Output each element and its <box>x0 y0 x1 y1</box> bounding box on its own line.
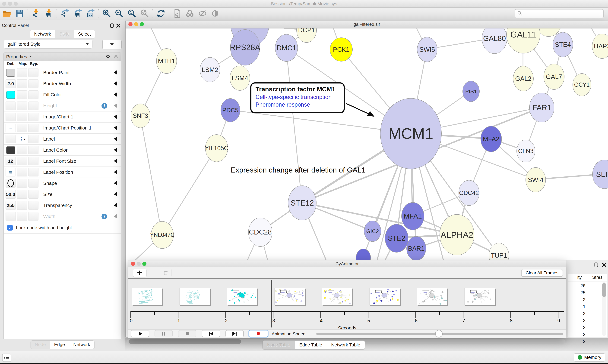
network-node-ste2[interactable]: STE2 <box>385 224 408 253</box>
property-row-shape[interactable]: Shape <box>4 178 121 189</box>
tab-style[interactable]: Style <box>55 30 74 38</box>
network-node-snf3[interactable]: SNF3 <box>131 104 150 128</box>
expand-arrow-icon[interactable] <box>114 137 117 141</box>
network-node-rps28a[interactable]: RPS28A <box>230 29 260 65</box>
network-node-pdc5[interactable]: PDC5 <box>221 98 240 122</box>
collapse-all-icon[interactable] <box>113 54 119 60</box>
expand-arrow-icon[interactable] <box>114 203 117 207</box>
search-field[interactable] <box>515 9 604 18</box>
bypass-cell[interactable] <box>28 102 39 110</box>
skip-to-start-button[interactable] <box>202 330 220 337</box>
property-row-label[interactable]: ⋮›Label <box>4 134 121 145</box>
search-input[interactable] <box>524 11 601 16</box>
show-graphics-button[interactable] <box>209 8 221 19</box>
mapping-cell[interactable] <box>17 157 27 165</box>
add-frame-button[interactable] <box>133 269 146 277</box>
close-panel-icon[interactable] <box>116 23 121 29</box>
network-node-gic2[interactable]: GIC2 <box>364 221 381 242</box>
horizontal-scrollbar-thumb[interactable] <box>129 339 241 344</box>
network-node-gal2[interactable]: GAL2 <box>513 66 534 91</box>
table-cell-value[interactable]: 2 <box>570 332 585 337</box>
animation-speed-slider-thumb[interactable] <box>435 330 442 337</box>
tab-network[interactable]: Network <box>69 341 94 349</box>
expand-arrow-icon[interactable] <box>114 104 117 108</box>
ellipse-shape-icon[interactable] <box>6 179 16 188</box>
network-node-gcy1[interactable]: GCY1 <box>573 73 591 96</box>
zoom-out-button[interactable] <box>113 8 125 19</box>
bypass-cell[interactable] <box>28 201 39 210</box>
table-cell-value[interactable]: 1 <box>570 304 585 309</box>
network-node-lsm4[interactable]: LSM4 <box>230 66 250 91</box>
network-node-cdc28[interactable]: CDC28 <box>248 218 272 247</box>
style-options-button[interactable] <box>102 40 122 49</box>
network-node-cln3[interactable]: CLN3 <box>516 140 535 162</box>
mapping-cell[interactable] <box>17 124 27 132</box>
zoom-selected-button[interactable] <box>138 8 151 19</box>
table-cell-value[interactable]: 2 <box>570 311 585 316</box>
network-node-lsm2[interactable]: LSM2 <box>200 57 220 82</box>
frame-thumbnail-0[interactable] <box>132 288 163 305</box>
property-row-fill-color[interactable]: Fill Color <box>4 89 121 100</box>
column-divider[interactable] <box>588 275 588 281</box>
stop-button[interactable] <box>178 330 196 337</box>
mapping-cell[interactable] <box>17 146 27 154</box>
close-panel-icon[interactable] <box>602 262 607 268</box>
cyanimator-timeline[interactable]: 0123456789 Seconds <box>128 280 566 329</box>
table-cell-value[interactable]: 26 <box>570 283 585 288</box>
canvas-annotation-text[interactable]: Expression change after deletion of GAL1 <box>219 166 377 174</box>
bypass-cell[interactable] <box>28 179 39 188</box>
position-icon[interactable] <box>6 124 16 132</box>
task-history-button[interactable] <box>2 353 11 362</box>
annotation-callout[interactable]: Transcription factor MCM1 Cell-type-spec… <box>250 82 345 113</box>
table-column-header[interactable]: Stres <box>592 275 602 280</box>
network-node-mfa1[interactable]: MFA1 <box>401 202 424 230</box>
frame-thumbnail-6[interactable] <box>417 288 447 305</box>
mapping-cell[interactable] <box>17 179 27 188</box>
tab-network[interactable]: Network <box>30 30 55 38</box>
tab-select[interactable]: Select <box>74 30 95 38</box>
table-cell-value[interactable]: 2 <box>570 318 585 323</box>
expand-arrow-icon[interactable] <box>114 148 117 152</box>
lock-size-checkbox[interactable]: ✓ <box>7 225 13 231</box>
default-value[interactable]: 2.0 <box>6 79 16 88</box>
pause-button[interactable] <box>154 330 173 337</box>
tab-node[interactable]: Node <box>31 341 50 349</box>
zoom-in-button[interactable] <box>100 8 113 19</box>
delete-frame-button[interactable] <box>160 269 171 277</box>
mapping-cell[interactable] <box>17 113 27 121</box>
mapping-cell[interactable] <box>17 102 27 110</box>
table-cell-value[interactable]: 2 <box>570 325 585 330</box>
property-row-label-color[interactable]: Label Color <box>4 145 121 156</box>
mapping-cell[interactable] <box>17 68 27 77</box>
network-node-ste4[interactable]: STE4 <box>553 32 573 57</box>
search-network-button[interactable] <box>183 8 196 19</box>
default-value[interactable]: 255 <box>6 201 16 210</box>
table-cell-value[interactable]: 25 <box>570 290 585 295</box>
network-node-mfa2[interactable]: MFA2 <box>481 126 502 152</box>
property-row-label-font-size[interactable]: 12Label Font Size <box>4 156 121 167</box>
network-node-ynl047c[interactable]: YNL047C <box>151 221 174 249</box>
expand-arrow-icon[interactable] <box>114 115 117 119</box>
property-row-border-paint[interactable]: Border Paint <box>4 67 121 78</box>
expand-arrow-icon[interactable] <box>114 81 117 86</box>
property-row-image-chart-position-1[interactable]: Image/Chart Position 1 <box>4 123 121 134</box>
expand-arrow-icon[interactable] <box>114 159 117 163</box>
mapping-cell[interactable] <box>17 201 27 210</box>
refresh-view-button[interactable] <box>154 8 167 19</box>
style-selector[interactable]: galFiltered Style <box>4 40 93 49</box>
network-node-ste12[interactable]: STE12 <box>288 185 317 220</box>
property-row-transparency[interactable]: 255Transparency <box>4 200 121 211</box>
expand-arrow-icon[interactable] <box>114 214 117 218</box>
mapping-cell[interactable] <box>17 168 27 176</box>
info-icon[interactable]: i <box>101 214 107 219</box>
expand-arrow-icon[interactable] <box>114 181 117 185</box>
default-value[interactable]: 12 <box>6 157 16 165</box>
network-file-button[interactable] <box>171 8 183 19</box>
table-cell-value[interactable]: 2 <box>570 297 585 302</box>
float-panel-icon[interactable] <box>594 262 599 268</box>
export-network-button[interactable] <box>59 8 71 19</box>
bypass-cell[interactable] <box>28 212 39 221</box>
expand-arrow-icon[interactable] <box>114 192 117 196</box>
frame-thumbnail-4[interactable] <box>322 288 352 305</box>
clear-all-frames-button[interactable]: Clear All Frames <box>521 269 563 277</box>
